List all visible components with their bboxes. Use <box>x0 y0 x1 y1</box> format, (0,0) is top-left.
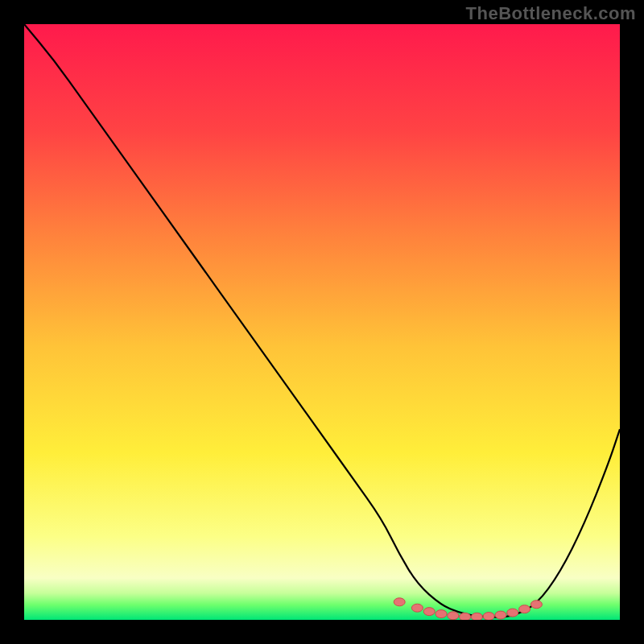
valley-marker <box>394 598 405 606</box>
valley-marker <box>411 604 423 612</box>
watermark-text: TheBottleneck.com <box>466 3 636 24</box>
chart-frame: TheBottleneck.com <box>0 0 644 644</box>
valley-marker <box>530 601 542 609</box>
valley-marker <box>460 613 471 620</box>
valley-marker <box>519 605 530 613</box>
bottleneck-curve <box>24 24 620 617</box>
valley-marker <box>448 612 459 620</box>
valley-marker <box>495 611 506 619</box>
valley-marker <box>483 613 494 620</box>
valley-marker <box>507 609 518 617</box>
plot-area <box>24 24 620 620</box>
valley-marker <box>436 610 447 618</box>
curve-layer <box>24 24 620 620</box>
valley-marker <box>423 608 435 616</box>
valley-marker <box>471 613 482 620</box>
valley-markers <box>394 598 542 620</box>
